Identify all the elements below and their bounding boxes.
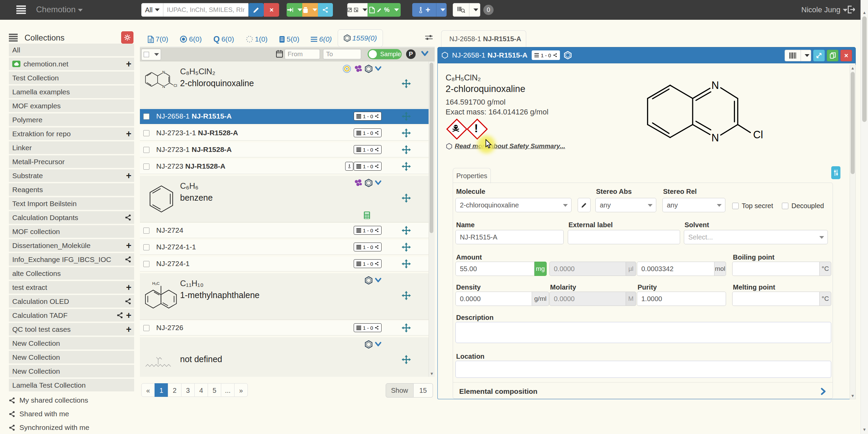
product-filter-button[interactable]: P [406,49,416,59]
amount-mg-input[interactable] [455,262,534,276]
melting-point-input[interactable] [732,292,820,306]
sidebar-collection-item[interactable]: All [9,44,134,56]
drag-move-icon[interactable] [402,162,411,171]
drag-move-icon[interactable] [402,291,411,300]
sidebar-collection-item[interactable]: QC tool test cases+ [9,323,134,336]
location-textarea[interactable] [455,361,831,378]
analyses-badge[interactable]: 1 - 0 [354,226,382,235]
sidebar-shared-link[interactable]: Shared with me [9,407,134,421]
row-checkbox[interactable] [143,147,149,153]
share-button[interactable] [318,3,333,17]
page-number[interactable]: 3 [181,383,195,397]
sidebar-collection-item[interactable]: Calculation OLED [9,295,134,308]
solvent-select[interactable]: Select... [684,230,828,244]
name-input[interactable] [455,230,564,244]
group-icons[interactable] [342,64,382,73]
drag-move-icon[interactable] [402,259,411,268]
fullscreen-button[interactable] [813,50,825,61]
drag-move-icon[interactable] [402,355,411,364]
analyses-badge[interactable]: 1 - 0 [354,145,382,154]
add-sample-button[interactable]: + [412,3,436,17]
description-textarea[interactable] [455,322,831,343]
page-number[interactable]: 1 [155,383,168,397]
select-all-checkbox[interactable] [144,52,149,57]
row-checkbox[interactable] [143,228,149,234]
group-icons[interactable] [365,276,382,284]
sidebar-shared-link[interactable]: My shared collections [9,393,134,407]
sidebar-collection-item[interactable]: Text Import Beilstein [9,197,134,210]
drag-move-icon[interactable] [402,128,411,138]
structure-search-button[interactable] [248,3,264,17]
analyses-badge[interactable]: 1 - 0 [354,243,382,251]
add-icon[interactable]: + [126,242,131,249]
sidebar-collection-item[interactable]: MOF collection [9,225,134,238]
sidebar-collection-item[interactable]: Info_Exchange IFG_IBCS_IOC [9,253,134,266]
close-detail-button[interactable]: × [840,50,852,61]
sidebar-collection-item[interactable]: New Collection [9,365,134,377]
print-barcode-button[interactable] [785,50,801,61]
drag-move-icon[interactable] [402,79,411,88]
drag-move-icon[interactable] [402,145,411,154]
menu-burger-icon[interactable] [16,5,26,14]
group-icons[interactable] [354,179,382,187]
add-icon[interactable]: + [126,326,131,333]
scroll-up-arrow[interactable]: ▲ [850,66,855,71]
analyses-badge[interactable]: 1 - 0 [354,259,382,268]
sample-row[interactable]: NJ-27241 - 0 [140,223,429,238]
purity-input[interactable] [637,292,726,306]
drag-move-icon[interactable] [402,323,411,332]
scrollbar-thumb[interactable] [430,63,433,233]
sidebar-collection-item[interactable]: Dissertationen_Moleküle+ [9,239,134,252]
list-scrollbar[interactable]: ▼ [429,61,435,377]
sample-row[interactable]: NJ-2723-1 NJ-R1528-A1 - 0 [140,142,429,157]
date-from-input[interactable] [285,49,320,59]
drag-move-icon[interactable] [402,193,411,203]
page-size-value[interactable]: 15 [414,383,433,398]
analyses-badge[interactable]: 1 - 0 [532,50,560,60]
add-icon[interactable]: + [126,312,131,319]
app-brand-menu[interactable]: Chemotion [36,5,83,14]
drag-move-icon[interactable] [402,243,411,252]
sidebar-collection-item[interactable]: Calculation TADF+ [9,309,134,322]
element-tab[interactable]: 6(0) [174,32,207,47]
top-secret-checkbox[interactable]: Top secret [732,202,773,210]
add-icon[interactable]: + [126,130,131,137]
calculator-icon[interactable] [364,211,370,219]
molecule-group-header[interactable]: N N ClC₈H₅ClN₂2-chloroquinoxaline [140,61,429,108]
element-tab[interactable]: 6(0) [305,32,337,47]
analyses-badge[interactable]: 1 - 0 [354,162,382,171]
sidebar-collection-item[interactable]: Reagents [9,183,134,196]
unit-mg-button[interactable]: mg [534,262,547,276]
safety-summary-link[interactable]: Read more about Safety Summary... [446,142,565,150]
sample-row[interactable]: NJ-27261 - 0 [140,321,429,336]
page-number[interactable]: 2 [168,383,181,397]
scroll-up-arrow[interactable]: ▲ [861,10,868,15]
scrollbar-thumb[interactable] [862,16,867,122]
sample-row[interactable]: NJ-2724-1-11 - 0 [140,240,429,255]
page-prev[interactable]: « [141,383,155,397]
search-scope-dropdown[interactable]: All [141,3,163,17]
analyses-badge[interactable]: 1 - 0 [354,128,382,137]
molecule-group-header[interactable]: not defined [140,337,429,377]
row-checkbox[interactable] [143,325,149,331]
sidebar-collection-item[interactable]: Lamella Test Collection [9,379,134,391]
group-icons[interactable] [365,340,382,348]
sample-row[interactable]: NJ-2724-11 - 0 [140,257,429,272]
edit-molecule-button[interactable] [578,198,591,212]
decoupled-checkbox[interactable]: Decoupled [782,202,824,210]
sidebar-collection-item[interactable]: New Collection [9,351,134,363]
elemental-expand-button[interactable] [821,388,826,395]
select-all-dropdown[interactable] [141,49,161,60]
analysis-flask-badge[interactable] [345,162,353,171]
row-checkbox[interactable] [143,164,149,170]
detail-scrollbar[interactable]: ▲ ▼ [850,65,856,399]
external-label-input[interactable] [568,230,680,244]
detail-tab[interactable]: NJ-2658-1 NJ-R1515-A [441,30,526,47]
sample-row[interactable]: NJ-2658-1 NJ-R1515-A1 - 0 [140,109,429,124]
unit-gml-button[interactable]: g/ml [532,292,549,306]
share-collection-button[interactable] [125,214,131,221]
report-button[interactable]: % [368,3,401,17]
analyses-badge[interactable]: 1 - 0 [354,323,382,332]
stereo-rel-select[interactable]: any [662,198,725,212]
sidebar-collection-item[interactable]: chemotion.net+ [9,58,134,70]
